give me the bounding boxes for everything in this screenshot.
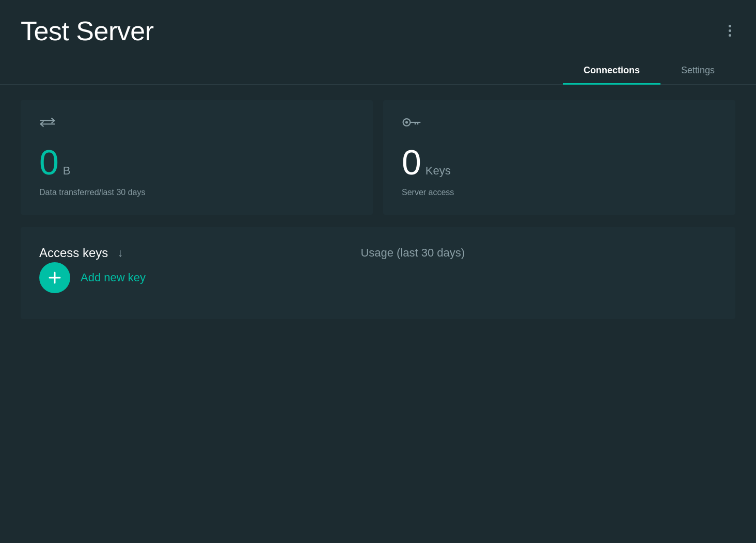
- dot2: [729, 29, 731, 32]
- data-transferred-value-row: 0 B: [39, 145, 354, 180]
- dot3: [729, 34, 731, 37]
- arrows-icon: [39, 116, 56, 129]
- page-header: Test Server: [0, 0, 756, 57]
- sort-icon[interactable]: ↓: [117, 246, 123, 260]
- tabs-container: Connections Settings: [0, 57, 756, 85]
- key-icon: [402, 116, 421, 132]
- add-new-key-button[interactable]: [39, 262, 70, 293]
- key-icon-wrapper: [402, 116, 717, 132]
- server-access-label: Server access: [402, 188, 717, 197]
- transfer-icon: [39, 116, 354, 132]
- svg-point-6: [405, 121, 408, 123]
- data-transferred-value: 0: [39, 145, 59, 180]
- usage-header: Usage (last 30 days): [360, 246, 465, 260]
- access-keys-header-left: Access keys ↓: [39, 246, 123, 260]
- server-access-card: 0 Keys Server access: [383, 100, 735, 215]
- server-access-value-row: 0 Keys: [402, 145, 717, 180]
- more-options-button[interactable]: [724, 21, 735, 41]
- add-key-label[interactable]: Add new key: [81, 271, 146, 284]
- data-transferred-label: Data transferred/last 30 days: [39, 188, 354, 197]
- server-access-unit: Keys: [426, 164, 451, 178]
- access-keys-header: Access keys ↓ Usage (last 30 days): [39, 246, 717, 260]
- data-transferred-unit: B: [63, 164, 71, 178]
- plus-icon: [48, 270, 62, 285]
- stats-row: 0 B Data transferred/last 30 days: [21, 100, 735, 215]
- page-title: Test Server: [21, 15, 153, 46]
- add-key-row: Add new key: [39, 262, 717, 293]
- tab-connections[interactable]: Connections: [563, 57, 660, 84]
- content-area: 0 B Data transferred/last 30 days: [0, 85, 756, 334]
- access-keys-title: Access keys: [39, 246, 108, 260]
- dot1: [729, 25, 731, 27]
- data-transferred-card: 0 B Data transferred/last 30 days: [21, 100, 373, 215]
- server-access-value: 0: [402, 145, 421, 180]
- access-keys-section: Access keys ↓ Usage (last 30 days) Add n…: [21, 227, 735, 319]
- tab-settings[interactable]: Settings: [660, 57, 735, 84]
